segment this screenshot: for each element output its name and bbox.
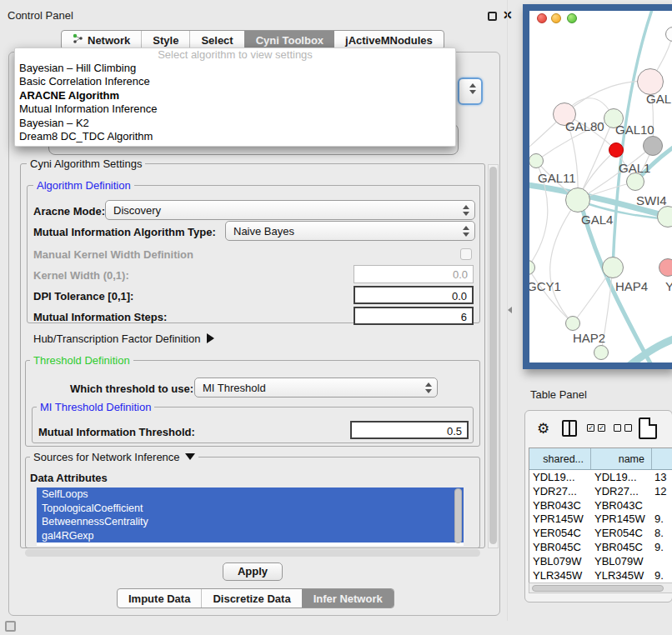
dropdown-item-basic-correlation-inference[interactable]: Basic Correlation Inference bbox=[15, 75, 455, 88]
minimized-panel-icon[interactable] bbox=[5, 621, 16, 632]
algorithm-dropdown-prompt: Select algorithm to view settings bbox=[15, 49, 455, 62]
mac-close-icon[interactable] bbox=[537, 13, 547, 23]
sources-expander[interactable]: Sources for Network Inference bbox=[30, 451, 198, 463]
data-attributes-list: SelfLoopsTopologicalCoefficientBetweenne… bbox=[37, 488, 464, 546]
tab-select[interactable]: Select bbox=[189, 31, 243, 49]
network-tab-icon bbox=[73, 33, 83, 47]
network-node[interactable] bbox=[594, 345, 609, 360]
float-window-icon[interactable] bbox=[488, 12, 497, 21]
which-threshold-combobox[interactable]: MI Threshold bbox=[194, 378, 438, 398]
dropdown-item-mutual-information-inference[interactable]: Mutual Information Inference bbox=[15, 102, 455, 116]
table-row[interactable]: YBR045CYBR045C9. bbox=[529, 540, 672, 554]
kernel-width-field[interactable]: 0.0 bbox=[354, 265, 474, 283]
sources-title: Sources for Network Inference bbox=[33, 451, 180, 463]
network-node-y[interactable] bbox=[659, 258, 672, 277]
table-hscrollbar[interactable] bbox=[529, 582, 672, 593]
attribute-item-gal4rgexp[interactable]: gal4RGexp bbox=[37, 529, 464, 543]
table-cell: YDR27... bbox=[591, 484, 652, 498]
attribute-item-selfloops[interactable]: SelfLoops bbox=[37, 488, 464, 502]
which-threshold-value: MI Threshold bbox=[203, 382, 266, 394]
dropdown-item-bayesian-hill-climbing[interactable]: Bayesian – Hill Climbing bbox=[15, 62, 455, 75]
table-hscrollbar-thumb[interactable] bbox=[532, 585, 664, 592]
table-cell: YPR145W bbox=[591, 512, 652, 526]
dpi-tolerance-field[interactable]: 0.0 bbox=[354, 286, 474, 304]
tab-network[interactable]: Network bbox=[62, 31, 141, 49]
network-canvas[interactable]: GALGAL80GAL10GAL1GAL11SWI4GAL4GCY1HAP4YH… bbox=[529, 11, 672, 362]
network-node-hap2[interactable] bbox=[565, 316, 580, 331]
network-node[interactable] bbox=[609, 142, 624, 158]
which-threshold-label: Which threshold to use: bbox=[70, 382, 193, 395]
table-row[interactable]: YPR145WYPR145W9. bbox=[529, 512, 672, 526]
table-cell: YBR045C bbox=[529, 540, 591, 554]
mi-algorithm-type-value: Naive Bayes bbox=[233, 225, 294, 238]
algorithm-definition-title: Algorithm Definition bbox=[33, 179, 134, 192]
network-node-gal1[interactable] bbox=[626, 172, 644, 191]
table-cell: YDL19... bbox=[591, 470, 652, 484]
table-cell: 9. bbox=[652, 540, 672, 554]
mac-zoom-icon[interactable] bbox=[567, 13, 577, 23]
attribute-item-betweennesscentrality[interactable]: BetweennessCentrality bbox=[37, 515, 464, 529]
table-row[interactable]: YDR27...YDR27...12 bbox=[529, 484, 672, 498]
table-cell: YPR145W bbox=[529, 512, 591, 526]
stepper-arrows-icon bbox=[462, 204, 469, 217]
deselect-all-icon[interactable] bbox=[624, 424, 632, 432]
tab-discretize-data[interactable]: Discretize Data bbox=[201, 589, 301, 608]
manual-kernel-width-checkbox[interactable] bbox=[460, 248, 472, 260]
network-node[interactable] bbox=[643, 136, 663, 156]
file-icon[interactable] bbox=[639, 418, 657, 439]
kernel-width-label: Kernel Width (0,1): bbox=[33, 269, 129, 282]
table-row[interactable]: YDL19...YDL19...13 bbox=[529, 470, 672, 484]
aracne-mode-combobox[interactable]: Discovery bbox=[105, 200, 475, 220]
network-node-label: SWI4 bbox=[636, 193, 667, 208]
tab-label: jActiveMNodules bbox=[345, 34, 433, 47]
table-body: YDL19...YDL19...13YDR27...YDR27...12YBR0… bbox=[529, 470, 672, 582]
network-node-label: GAL80 bbox=[565, 119, 604, 133]
dropdown-item-aracne-algorithm[interactable]: ARACNE Algorithm bbox=[15, 89, 455, 102]
mac-minimize-icon[interactable] bbox=[551, 13, 561, 23]
attribute-item-topologicalcoefficient[interactable]: TopologicalCoefficient bbox=[37, 502, 464, 516]
settings-scrollbar-thumb[interactable] bbox=[489, 167, 497, 544]
network-node-label: GAL bbox=[646, 92, 671, 106]
table-cell: 8. bbox=[652, 526, 672, 540]
column-header-extra[interactable] bbox=[652, 448, 672, 469]
divider-collapse-icon[interactable] bbox=[508, 307, 512, 313]
table-panel-title: Table Panel bbox=[530, 388, 587, 401]
network-view-window: GALGAL80GAL10GAL1GAL11SWI4GAL4GCY1HAP4YH… bbox=[523, 4, 672, 369]
tab-impute-data[interactable]: Impute Data bbox=[118, 589, 201, 608]
tab-style[interactable]: Style bbox=[141, 31, 189, 49]
select-all-icon[interactable]: ✓ bbox=[598, 424, 605, 432]
tab-jactivemnodules[interactable]: jActiveMNodules bbox=[334, 31, 444, 49]
network-node-hap4[interactable] bbox=[602, 257, 624, 278]
mi-threshold-field[interactable]: 0.5 bbox=[350, 421, 469, 439]
algorithm-combobox-partial[interactable] bbox=[458, 78, 483, 105]
collapse-down-icon bbox=[185, 453, 195, 460]
mi-steps-label: Mutual Information Steps: bbox=[33, 311, 167, 323]
mi-steps-field[interactable]: 6 bbox=[354, 307, 474, 325]
settings-hscrollbar[interactable] bbox=[25, 549, 480, 557]
split-columns-icon[interactable] bbox=[562, 420, 577, 437]
data-attributes-label: Data Attributes bbox=[30, 472, 108, 484]
tab-label: Network bbox=[88, 34, 130, 47]
table-row[interactable]: YLR345WYLR345W9. bbox=[529, 568, 672, 582]
dropdown-item-bayesian-k2[interactable]: Bayesian – K2 bbox=[15, 117, 455, 130]
dropdown-item-dream8-dc-tdc-algorithm[interactable]: Dream8 DC_TDC Algorithm bbox=[15, 130, 455, 143]
apply-button[interactable]: Apply bbox=[223, 562, 283, 581]
table-row[interactable]: YBR043CYBR043C bbox=[529, 498, 672, 512]
network-node-label: GAL11 bbox=[538, 171, 576, 185]
table-row[interactable]: YER054CYER054C8. bbox=[529, 526, 672, 540]
column-header-name[interactable]: name bbox=[591, 448, 652, 469]
mi-algorithm-type-combobox[interactable]: Naive Bayes bbox=[225, 221, 475, 241]
select-all-icon[interactable]: ✓ bbox=[587, 424, 594, 432]
gear-icon[interactable]: ⚙ bbox=[537, 420, 549, 438]
attributes-list-scrollbar[interactable] bbox=[454, 488, 462, 543]
hub-definition-expander[interactable]: Hub/Transcription Factor Definition bbox=[33, 332, 214, 345]
cyni-bottom-tabbar: Impute DataDiscretize DataInfer Network bbox=[117, 588, 394, 608]
network-node-gal4[interactable] bbox=[565, 188, 590, 212]
tab-infer-network[interactable]: Infer Network bbox=[302, 589, 394, 608]
column-header-shared[interactable]: shared... bbox=[529, 448, 591, 469]
tab-cyni-toolbox[interactable]: Cyni Toolbox bbox=[244, 31, 334, 49]
table-row[interactable]: YBL079WYBL079W bbox=[529, 554, 672, 568]
deselect-all-icon[interactable] bbox=[614, 424, 621, 432]
table-cell bbox=[652, 554, 672, 568]
table-cell: YLR345W bbox=[591, 568, 652, 582]
